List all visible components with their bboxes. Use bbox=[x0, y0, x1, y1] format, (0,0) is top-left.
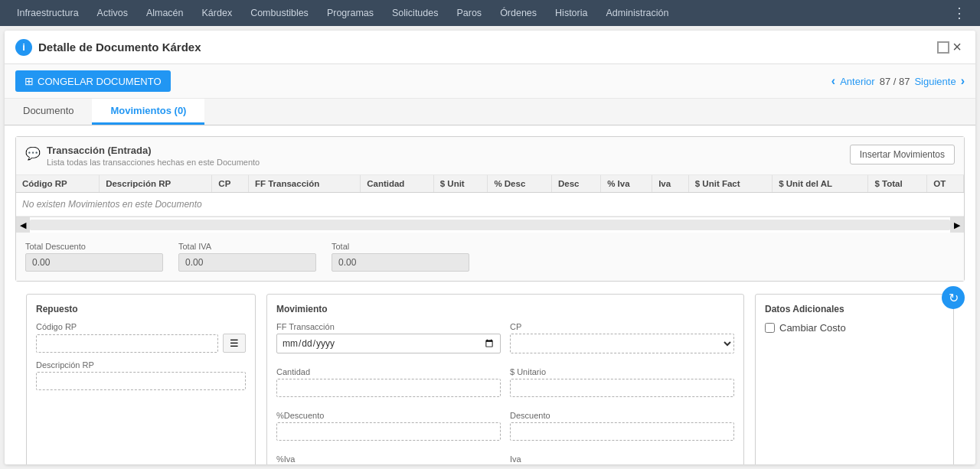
filter-button[interactable]: ☰ bbox=[223, 334, 246, 353]
repuesto-title: Repuesto bbox=[36, 304, 246, 314]
datos-adicionales-panel: Datos Adicionales Cambiar Costo bbox=[755, 294, 954, 464]
col-unit-fact: $ Unit Fact bbox=[688, 175, 772, 193]
bottom-wrapper: ↻ Repuesto Código RP ☰ Descripción RP bbox=[15, 294, 965, 464]
total-iva-field: Total IVA bbox=[178, 242, 316, 272]
col-iva: Iva bbox=[652, 175, 689, 193]
siguiente-arrow[interactable]: › bbox=[961, 74, 965, 88]
total-field: Total bbox=[332, 242, 469, 272]
totals-section: Total Descuento Total IVA Total bbox=[16, 233, 964, 281]
cambiar-costo-text: Cambiar Costo bbox=[779, 322, 846, 334]
codigo-rp-row: ☰ bbox=[36, 334, 246, 353]
toolbar: ⊞ CONGELAR DOCUMENTO ‹ Anterior 87 / 87 … bbox=[5, 64, 975, 99]
nav-paros[interactable]: Paros bbox=[447, 0, 491, 26]
total-iva-input bbox=[178, 253, 316, 272]
chat-icon: 💬 bbox=[25, 146, 41, 161]
modal-header: i Detalle de Documento Kárdex × bbox=[5, 31, 975, 64]
desc-pct-field: %Descuento bbox=[276, 411, 501, 441]
codigo-rp-input[interactable] bbox=[36, 334, 218, 353]
page-counter: 87 / 87 bbox=[880, 76, 910, 87]
nav-activos[interactable]: Activos bbox=[88, 0, 137, 26]
cantidad-label: Cantidad bbox=[276, 367, 501, 376]
nav-ordenes[interactable]: Órdenes bbox=[491, 0, 546, 26]
col-desc: Desc bbox=[551, 175, 600, 193]
descripcion-rp-field: Descripción RP bbox=[36, 360, 246, 390]
total-iva-label: Total IVA bbox=[178, 242, 316, 251]
desc-input[interactable] bbox=[510, 422, 734, 441]
transaction-header: 💬 Transacción (Entrada) Lista todas las … bbox=[16, 137, 964, 175]
col-codigo-rp: Código RP bbox=[16, 175, 100, 193]
empty-message: No existen Movimientos en este Documento bbox=[16, 193, 964, 217]
tab-movimientos[interactable]: Movimientos (0) bbox=[92, 99, 204, 125]
movements-table-container: Código RP Descripción RP CP FF Transacci… bbox=[16, 175, 964, 233]
desc-field: Descuento bbox=[510, 411, 734, 441]
refresh-button[interactable]: ↻ bbox=[942, 286, 965, 309]
desc-label: Descuento bbox=[510, 411, 734, 420]
nav-almacen[interactable]: Almacén bbox=[137, 0, 193, 26]
ff-label: FF Transacción bbox=[276, 322, 501, 331]
insertar-movimientos-button[interactable]: Insertar Movimientos bbox=[850, 145, 955, 164]
col-ot: OT bbox=[927, 175, 964, 193]
nav-combustibles[interactable]: Combustibles bbox=[241, 0, 318, 26]
transaction-box: 💬 Transacción (Entrada) Lista todas las … bbox=[15, 136, 965, 282]
cp-label: CP bbox=[510, 322, 734, 331]
total-descuento-input bbox=[25, 253, 163, 272]
unitario-label: $ Unitario bbox=[510, 367, 734, 376]
tabs-bar: Documento Movimientos (0) bbox=[5, 99, 975, 125]
iva-label: Iva bbox=[510, 454, 734, 464]
cp-field: CP bbox=[510, 322, 734, 353]
movimiento-title: Movimiento bbox=[276, 304, 734, 314]
scroll-right-button[interactable]: ▶ bbox=[950, 217, 964, 233]
congelar-button[interactable]: ⊞ CONGELAR DOCUMENTO bbox=[15, 70, 171, 92]
col-total: $ Total bbox=[868, 175, 927, 193]
descripcion-rp-input[interactable] bbox=[36, 372, 246, 390]
content-area: 💬 Transacción (Entrada) Lista todas las … bbox=[5, 125, 975, 464]
col-unit: $ Unit bbox=[433, 175, 488, 193]
ff-input[interactable] bbox=[276, 334, 501, 353]
cantidad-input[interactable] bbox=[276, 379, 501, 397]
movements-table: Código RP Descripción RP CP FF Transacci… bbox=[16, 175, 964, 217]
nav-solicitudes[interactable]: Solicitudes bbox=[383, 0, 447, 26]
tab-documento[interactable]: Documento bbox=[5, 99, 92, 125]
nav-historia[interactable]: Historia bbox=[546, 0, 596, 26]
iva-field: Iva bbox=[510, 454, 734, 464]
codigo-rp-label: Código RP bbox=[36, 322, 246, 331]
datos-title: Datos Adicionales bbox=[765, 304, 944, 314]
cambiar-costo-checkbox-label[interactable]: Cambiar Costo bbox=[765, 322, 944, 334]
unitario-field: $ Unitario bbox=[510, 367, 734, 397]
nav-kardex[interactable]: Kárdex bbox=[193, 0, 242, 26]
col-cp: CP bbox=[212, 175, 249, 193]
iva-pct-label: %Iva bbox=[276, 454, 501, 464]
col-pct-iva: % Iva bbox=[601, 175, 652, 193]
nav-administracion[interactable]: Administración bbox=[596, 0, 678, 26]
anterior-arrow[interactable]: ‹ bbox=[831, 74, 835, 88]
col-unit-al: $ Unit del AL bbox=[773, 175, 868, 193]
nav-infraestructura[interactable]: Infraestructura bbox=[8, 0, 88, 26]
transaction-title: Transacción (Entrada) bbox=[47, 145, 260, 156]
col-ff-transaccion: FF Transacción bbox=[248, 175, 360, 193]
main-modal: i Detalle de Documento Kárdex × ⊞ CONGEL… bbox=[5, 31, 975, 464]
scroll-left-button[interactable]: ◀ bbox=[16, 217, 30, 233]
cp-select[interactable] bbox=[510, 334, 734, 353]
anterior-label[interactable]: Anterior bbox=[840, 76, 875, 87]
info-icon: i bbox=[15, 39, 32, 56]
grid-icon: ⊞ bbox=[24, 75, 34, 87]
transaction-subtitle: Lista todas las transacciones hechas en … bbox=[47, 158, 260, 167]
desc-pct-input[interactable] bbox=[276, 422, 501, 441]
nav-more-icon[interactable]: ⋮ bbox=[946, 5, 972, 21]
horizontal-scrollbar[interactable]: ◀ ▶ bbox=[16, 217, 964, 233]
total-descuento-label: Total Descuento bbox=[25, 242, 163, 251]
nav-programas[interactable]: Programas bbox=[318, 0, 383, 26]
scroll-track[interactable] bbox=[30, 220, 950, 230]
total-label: Total bbox=[332, 242, 469, 251]
siguiente-label[interactable]: Siguiente bbox=[914, 76, 956, 87]
col-descripcion-rp: Descripción RP bbox=[100, 175, 212, 193]
close-button[interactable]: × bbox=[949, 38, 965, 56]
cambiar-costo-checkbox[interactable] bbox=[765, 323, 775, 333]
unitario-input[interactable] bbox=[510, 379, 734, 397]
cantidad-field: Cantidad bbox=[276, 367, 501, 397]
header-checkbox[interactable] bbox=[937, 41, 949, 54]
desc-pct-label: %Descuento bbox=[276, 411, 501, 420]
codigo-rp-field: Código RP ☰ bbox=[36, 322, 246, 353]
movimiento-form: FF Transacción CP Cantidad $ Unitar bbox=[276, 322, 734, 464]
col-pct-desc: % Desc bbox=[488, 175, 552, 193]
